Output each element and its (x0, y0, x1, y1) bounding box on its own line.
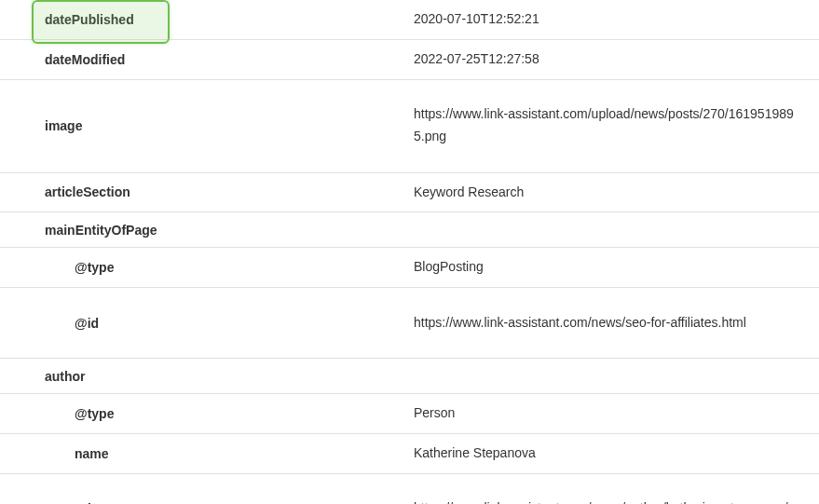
key-image: image (0, 110, 410, 142)
key-author: author (0, 361, 410, 392)
key-datePublished: datePublished (0, 4, 410, 35)
value-mainEntityOfPage-type: BlogPosting (410, 248, 819, 287)
row-mainEntityOfPage-id: @id https://www.link-assistant.com/news/… (0, 288, 819, 359)
value-author-type: Person (410, 394, 819, 433)
row-author-type: @type Person (0, 394, 819, 434)
key-author-type: @type (0, 398, 410, 429)
rows-wrapper: datePublished 2020-07-10T12:52:21 dateMo… (0, 0, 819, 504)
key-mainEntityOfPage-type: @type (0, 252, 410, 283)
schema-table: datePublished 2020-07-10T12:52:21 dateMo… (0, 0, 819, 504)
key-mainEntityOfPage-id: @id (0, 307, 410, 339)
row-author-name: name Katherine Stepanova (0, 434, 819, 474)
value-image: https://www.link-assistant.com/upload/ne… (410, 95, 819, 157)
value-author-url: https://www.link-assistant.com/news/auth… (410, 489, 819, 504)
value-articleSection: Keyword Research (410, 173, 819, 212)
row-image: image https://www.link-assistant.com/upl… (0, 80, 819, 173)
key-author-url: url (0, 493, 410, 504)
value-dateModified: 2022-07-25T12:27:58 (410, 40, 819, 79)
key-articleSection: articleSection (0, 176, 410, 208)
row-dateModified: dateModified 2022-07-25T12:27:58 (0, 40, 819, 80)
value-author-name: Katherine Stepanova (410, 434, 819, 473)
row-articleSection: articleSection Keyword Research (0, 173, 819, 213)
row-datePublished: datePublished 2020-07-10T12:52:21 (0, 0, 819, 40)
value-datePublished: 2020-07-10T12:52:21 (410, 0, 819, 39)
key-mainEntityOfPage: mainEntityOfPage (0, 214, 410, 246)
value-mainEntityOfPage-id: https://www.link-assistant.com/news/seo-… (410, 304, 819, 343)
key-dateModified: dateModified (0, 44, 410, 75)
value-author (410, 368, 819, 385)
row-mainEntityOfPage-type: @type BlogPosting (0, 248, 819, 288)
key-author-name: name (0, 438, 410, 470)
value-mainEntityOfPage (410, 222, 819, 238)
row-author: author (0, 359, 819, 394)
row-author-url: url https://www.link-assistant.com/news/… (0, 474, 819, 504)
row-mainEntityOfPage: mainEntityOfPage (0, 212, 819, 248)
